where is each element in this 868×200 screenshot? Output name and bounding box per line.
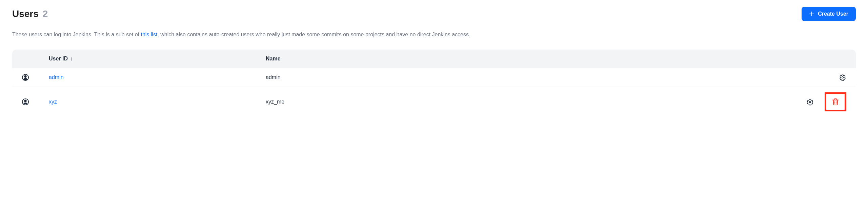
user-avatar-icon — [22, 74, 49, 81]
sort-down-icon: ↓ — [70, 56, 73, 62]
desc-after: , which also contains auto-created users… — [157, 32, 470, 37]
actions-cell — [792, 74, 846, 81]
trash-icon — [832, 98, 839, 106]
table-header-row: User ID ↓ Name — [12, 50, 856, 68]
desc-before: These users can log into Jenkins. This i… — [12, 32, 141, 37]
user-avatar-icon — [22, 98, 49, 106]
delete-user-button[interactable] — [832, 98, 839, 106]
create-user-button[interactable]: Create User — [802, 7, 856, 21]
userid-link[interactable]: xyz — [49, 99, 57, 105]
configure-user-button[interactable] — [839, 74, 846, 81]
title-group: Users 2 — [12, 8, 48, 19]
page-title: Users — [12, 8, 39, 19]
userid-link[interactable]: admin — [49, 74, 64, 80]
svg-point-3 — [24, 76, 26, 78]
svg-point-4 — [842, 77, 844, 78]
delete-highlight-box — [825, 92, 846, 111]
header-userid-label: User ID — [49, 56, 68, 62]
svg-point-6 — [24, 100, 26, 102]
page-header: Users 2 Create User — [12, 7, 856, 21]
gear-icon — [806, 98, 814, 106]
table-row: xyzxyz_me — [12, 87, 856, 117]
plus-icon — [809, 11, 814, 17]
user-count: 2 — [43, 8, 48, 19]
name-cell: xyz_me — [266, 99, 792, 105]
description-text: These users can log into Jenkins. This i… — [12, 31, 856, 39]
header-userid[interactable]: User ID ↓ — [49, 56, 266, 62]
this-list-link[interactable]: this list — [141, 32, 157, 37]
header-actions-col — [792, 56, 846, 62]
users-table: User ID ↓ Name adminadmin xyzxyz_me — [12, 50, 856, 117]
configure-user-button[interactable] — [806, 98, 814, 106]
gear-icon — [839, 74, 846, 81]
userid-cell: xyz — [49, 99, 266, 105]
name-cell: admin — [266, 74, 792, 80]
header-icon-col — [22, 56, 49, 62]
create-user-label: Create User — [818, 11, 848, 17]
svg-point-7 — [809, 101, 811, 103]
table-row: adminadmin — [12, 68, 856, 87]
userid-cell: admin — [49, 74, 266, 80]
actions-cell — [792, 92, 846, 111]
header-name[interactable]: Name — [266, 56, 792, 62]
